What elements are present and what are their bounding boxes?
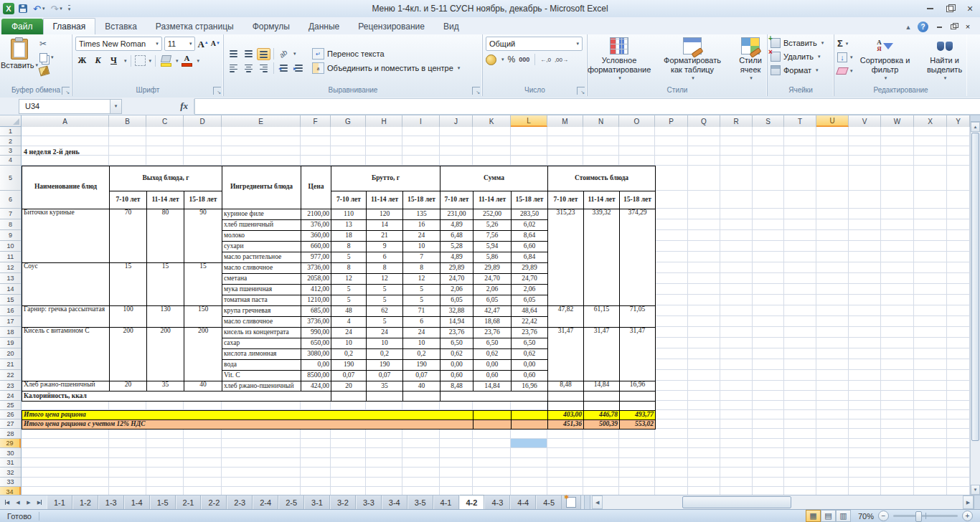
row-header-20[interactable]: 20 [0, 348, 21, 359]
row-header-11[interactable]: 11 [0, 252, 21, 262]
header-cell[interactable]: 11-14 лет [146, 191, 184, 209]
cost-cell[interactable]: 16,96 [619, 381, 656, 392]
insert-cells-button[interactable]: Вставить▾ [771, 37, 831, 49]
vertical-scrollbar[interactable]: ▲ ▼ [970, 115, 980, 495]
row-header-31[interactable]: 31 [0, 458, 21, 468]
ingredient-cell[interactable]: сахар [222, 338, 301, 349]
row-header-17[interactable]: 17 [0, 316, 21, 327]
last-sheet-button[interactable]: ▶ [34, 498, 44, 508]
help-icon[interactable]: ? [918, 22, 928, 32]
font-color-button[interactable]: А [181, 54, 194, 67]
header-cell[interactable]: 7-10 лет [109, 191, 147, 209]
value-cell[interactable]: 13 [331, 219, 367, 231]
value-cell[interactable]: 0,07 [331, 370, 367, 381]
sheet-tab-1-5[interactable]: 1-5 [150, 495, 176, 509]
sheet-tab-1-4[interactable]: 1-4 [124, 495, 150, 509]
column-header-U[interactable]: U [816, 115, 849, 127]
total-label-cell[interactable]: Итого цена рациона [22, 410, 473, 420]
row-header-33[interactable]: 33 [0, 478, 21, 488]
customize-qat-button[interactable]: ▾ [67, 2, 72, 15]
value-cell[interactable]: 5 [331, 284, 367, 295]
redo-button[interactable]: ↷▾ [49, 2, 63, 15]
ingredient-cell[interactable]: кисель из концентрата [222, 327, 301, 338]
cell-grid[interactable]: 4 неделя 2-й день Наименование блюдВыход… [22, 127, 970, 495]
header-cell[interactable]: Наименование блюд [22, 166, 110, 209]
portion-cell[interactable]: 200 [146, 327, 184, 381]
sheet-tab-2-4[interactable]: 2-4 [253, 495, 278, 509]
zoom-in-button[interactable]: + [962, 511, 973, 521]
value-cell[interactable]: 231,00 [440, 209, 473, 220]
italic-button[interactable]: К [91, 54, 105, 67]
value-cell[interactable]: 29,89 [473, 262, 512, 274]
value-cell[interactable]: 48,64 [511, 305, 548, 317]
value-cell[interactable]: 135 [402, 209, 440, 220]
column-header-R[interactable]: R [720, 115, 753, 127]
portion-cell[interactable]: 35 [146, 381, 184, 392]
row-header-21[interactable]: 21 [0, 359, 21, 370]
row-header-18[interactable]: 18 [0, 327, 21, 338]
value-cell[interactable]: 5 [402, 284, 440, 295]
conditional-formatting-button[interactable]: Условное форматирование▾ [583, 37, 655, 85]
value-cell[interactable]: 14 [366, 219, 403, 231]
row-header-1[interactable]: 1 [0, 127, 21, 136]
ingredient-cell[interactable]: томатная паста [222, 295, 301, 306]
cost-cell[interactable]: 31,47 [547, 327, 584, 381]
font-dialog-launcher[interactable]: ↘ [213, 87, 221, 95]
portion-cell[interactable]: 20 [109, 381, 147, 392]
column-header-C[interactable]: C [146, 115, 184, 127]
value-cell[interactable]: 4 [331, 316, 367, 328]
ingredient-cell[interactable]: хлеб пшеничный [222, 219, 301, 231]
value-cell[interactable]: 6,02 [511, 219, 548, 231]
select-all-corner[interactable] [0, 115, 22, 127]
number-format-select[interactable]: Общий▾ [486, 37, 583, 51]
value-cell[interactable]: 42,47 [473, 305, 512, 317]
wrap-text-button[interactable]: ↵ Перенос текста [312, 48, 460, 60]
horizontal-scroll-thumb[interactable] [682, 496, 791, 508]
price-cell[interactable]: 376,00 [301, 219, 331, 231]
scroll-left-icon[interactable]: ◀ [592, 495, 603, 509]
header-cell[interactable]: 7-10 лет [547, 191, 584, 209]
ingredient-cell[interactable]: сметана [222, 273, 301, 285]
value-cell[interactable]: 12 [366, 273, 403, 285]
value-cell[interactable] [331, 391, 367, 402]
row-header-4[interactable]: 4 [0, 156, 21, 165]
sheet-tab-2-3[interactable]: 2-3 [227, 495, 253, 509]
cost-cell[interactable]: 8,48 [547, 381, 584, 392]
value-cell[interactable]: 24 [331, 327, 367, 338]
value-cell[interactable]: 8 [331, 262, 367, 274]
value-cell[interactable]: 6,84 [511, 252, 548, 263]
dish-name-cell[interactable]: Гарнир: гречка рассыпчатая [22, 305, 110, 328]
header-cell[interactable]: 7-10 лет [331, 191, 367, 209]
value-cell[interactable]: 190 [402, 359, 440, 371]
value-cell[interactable]: 5 [366, 295, 403, 306]
total-value-cell[interactable]: 500,39 [583, 419, 620, 430]
close-button[interactable]: × [960, 2, 980, 16]
row-header-8[interactable]: 8 [0, 219, 21, 230]
portion-cell[interactable]: 130 [146, 305, 184, 328]
scroll-up-icon[interactable]: ▲ [971, 122, 980, 132]
merge-center-button[interactable]: a Объединить и поместить в центре▾ [312, 62, 460, 74]
column-header-L[interactable]: L [511, 115, 547, 127]
calories-cell[interactable]: Калорийность, ккал [22, 391, 331, 402]
row-header-14[interactable]: 14 [0, 284, 21, 295]
price-cell[interactable]: 2058,00 [301, 273, 331, 285]
value-cell[interactable]: 71 [402, 305, 440, 317]
value-cell[interactable]: 12 [331, 273, 367, 285]
price-cell[interactable]: 1210,00 [301, 295, 331, 306]
value-cell[interactable]: 16 [402, 219, 440, 231]
value-cell[interactable]: 2,06 [473, 284, 512, 295]
ingredient-cell[interactable]: мука пшеничная [222, 284, 301, 295]
price-cell[interactable]: 0,00 [301, 359, 331, 371]
column-header-G[interactable]: G [331, 115, 366, 127]
row-header-19[interactable]: 19 [0, 338, 21, 348]
cost-cell[interactable]: 374,29 [619, 209, 656, 306]
value-cell[interactable]: 6,05 [440, 295, 473, 306]
row-header-27[interactable]: 27 [0, 419, 21, 429]
value-cell[interactable]: 190 [366, 359, 403, 371]
total-value-cell[interactable]: 403,00 [547, 410, 584, 420]
empty-cell[interactable] [547, 401, 584, 411]
excel-app-icon[interactable]: X [3, 3, 14, 14]
align-left-button[interactable] [227, 62, 240, 75]
sheet-tab-4-2[interactable]: 4-2 [459, 495, 485, 509]
value-cell[interactable]: 5,86 [473, 252, 512, 263]
